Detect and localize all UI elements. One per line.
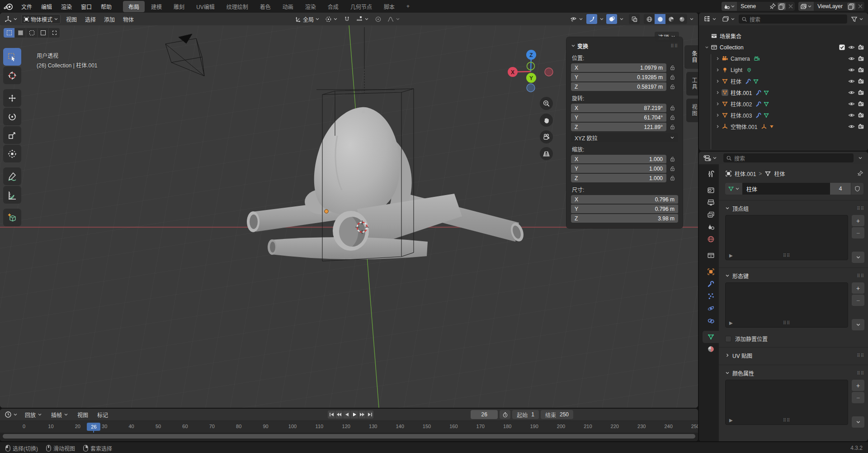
fake-user-button[interactable] <box>851 183 863 195</box>
list-expand-icon[interactable]: ▶ <box>729 418 733 423</box>
zoom-button[interactable] <box>540 97 553 110</box>
outliner-item-name[interactable]: 柱体 <box>731 77 741 85</box>
list-expand-icon[interactable]: ▶ <box>729 320 733 325</box>
pivot-point-dropdown[interactable] <box>323 14 340 24</box>
outliner-item-name[interactable]: Light <box>731 67 742 73</box>
workspace-tab-几何节点[interactable]: 几何节点 <box>345 1 377 12</box>
light-data-icon[interactable] <box>746 67 752 73</box>
expander-icon[interactable] <box>713 79 722 83</box>
mesh-data-icon[interactable] <box>763 101 769 107</box>
markers-menu[interactable]: 标记 <box>94 410 112 420</box>
overlays-toggle[interactable] <box>606 14 617 24</box>
expander-icon[interactable] <box>703 45 711 49</box>
properties-tab-constraints[interactable] <box>703 315 719 327</box>
snap-settings-dropdown[interactable] <box>354 14 371 24</box>
camera-icon[interactable] <box>858 67 864 73</box>
add-workspace-button[interactable]: + <box>401 1 415 11</box>
shading-dropdown[interactable] <box>689 17 694 21</box>
viewport-menu-物体[interactable]: 物体 <box>119 14 137 24</box>
workspace-tab-UV编辑[interactable]: UV编辑 <box>191 1 220 12</box>
list-resize-grip[interactable]: ⠿⠿ <box>783 320 791 325</box>
outliner-row-空物体.001[interactable]: 空物体.001 <box>699 121 868 132</box>
outliner-row-柱体.003[interactable]: 柱体.003 <box>699 110 868 121</box>
vertex-groups-list[interactable]: ▶ ⠿⠿ <box>725 215 848 260</box>
lock-icon[interactable] <box>666 175 678 181</box>
value-slider[interactable]: X1.0979 m <box>571 63 666 72</box>
outliner-row-Camera[interactable]: Camera <box>699 53 868 64</box>
properties-editor-type-button[interactable] <box>702 153 719 163</box>
wrench-icon[interactable] <box>745 78 751 85</box>
keying-menu[interactable]: 插帧 <box>47 410 72 420</box>
breadcrumb-data[interactable]: 柱体 <box>774 170 785 177</box>
play-button[interactable] <box>351 410 358 419</box>
camera-view-button[interactable] <box>540 130 553 143</box>
viewport-menu-视图[interactable]: 视图 <box>62 14 80 24</box>
rock-blob[interactable] <box>305 107 412 219</box>
eye-icon[interactable] <box>848 67 855 73</box>
value-slider[interactable]: Y0.19285 m <box>571 73 666 81</box>
add-cube-tool[interactable] <box>3 209 21 226</box>
panel-collapsed-icon[interactable] <box>725 353 730 358</box>
next-keyframe-button[interactable] <box>359 410 366 419</box>
panel-expand-icon[interactable] <box>725 273 730 278</box>
pin-icon[interactable] <box>769 3 777 10</box>
eye-icon[interactable] <box>848 123 855 130</box>
n-panel-tab-视图[interactable]: 视图 <box>686 99 698 122</box>
empty-data-icon[interactable] <box>761 124 767 130</box>
value-slider[interactable]: Z121.89° <box>571 123 666 131</box>
color-attributes-list[interactable]: ▶ ⠿⠿ <box>725 380 848 425</box>
outliner-row-Collection[interactable]: Collection <box>699 42 868 53</box>
outliner-row-柱体.001[interactable]: 柱体.001 <box>699 87 868 98</box>
mesh-browse-button[interactable] <box>725 183 742 195</box>
orientation-dropdown[interactable]: 全局 <box>293 14 321 24</box>
vertex-group-specials-button[interactable] <box>852 252 864 263</box>
workspace-tab-雕刻[interactable]: 雕刻 <box>168 1 190 12</box>
lock-icon[interactable] <box>666 65 678 71</box>
topbar-menu-文件[interactable]: 文件 <box>17 1 36 12</box>
outliner-item-name[interactable]: Collection <box>720 44 744 51</box>
expander-icon[interactable] <box>713 113 722 117</box>
mode-dropdown[interactable]: 物体模式 <box>21 14 61 24</box>
properties-tab-output[interactable] <box>703 196 719 209</box>
properties-options-dropdown[interactable] <box>858 156 863 160</box>
outliner-item-name[interactable]: 空物体.001 <box>731 123 757 130</box>
playback-menu[interactable]: 回放 <box>21 410 46 420</box>
workspace-tab-脚本[interactable]: 脚本 <box>378 1 400 12</box>
use-preview-range-button[interactable] <box>500 410 510 419</box>
breadcrumb-object[interactable]: 柱体.001 <box>735 170 756 177</box>
topbar-menu-编辑[interactable]: 编辑 <box>37 1 56 12</box>
scene-name[interactable]: Scene <box>737 3 769 10</box>
workspace-tab-建模[interactable]: 建模 <box>146 1 167 12</box>
expander-icon[interactable] <box>713 68 722 72</box>
topbar-menu-帮助[interactable]: 帮助 <box>97 1 116 12</box>
properties-tab-tool[interactable] <box>703 168 719 180</box>
value-slider[interactable]: Y1.000 <box>571 164 666 173</box>
properties-tab-object[interactable] <box>703 266 719 278</box>
toggle-ortho-button[interactable] <box>540 147 553 160</box>
workspace-tab-渲染[interactable]: 渲染 <box>300 1 321 12</box>
expander-icon[interactable] <box>713 57 722 61</box>
pan-button[interactable] <box>540 114 553 127</box>
cylinder-front-open[interactable] <box>333 211 369 251</box>
eye-icon[interactable] <box>848 44 855 51</box>
shading-wireframe-button[interactable] <box>644 14 655 24</box>
shading-solid-button[interactable] <box>655 14 665 24</box>
jump-to-start-button[interactable] <box>328 410 335 419</box>
remove-vertex-group-button[interactable]: − <box>852 227 864 238</box>
eye-icon[interactable] <box>848 100 855 107</box>
timeline-scrollbar[interactable] <box>3 434 695 439</box>
workspace-tab-着色[interactable]: 着色 <box>255 1 276 12</box>
new-scene-button[interactable] <box>778 3 786 10</box>
n-panel-tab-条目[interactable]: 条目 <box>684 45 698 69</box>
properties-tab-viewlayer[interactable] <box>703 209 719 221</box>
remove-shape-key-button[interactable]: − <box>852 295 864 306</box>
color-attribute-specials-button[interactable] <box>852 416 864 428</box>
eye-icon[interactable] <box>848 112 855 119</box>
new-viewlayer-button[interactable] <box>847 3 855 10</box>
list-resize-grip[interactable]: ⠿⠿ <box>783 418 791 423</box>
properties-search-input[interactable]: 搜索 <box>723 153 854 162</box>
overlays-dropdown[interactable] <box>619 17 624 21</box>
delete-scene-button[interactable] <box>787 3 795 10</box>
shape-key-specials-button[interactable] <box>852 319 864 330</box>
outliner-filter-display-button[interactable] <box>720 14 737 24</box>
